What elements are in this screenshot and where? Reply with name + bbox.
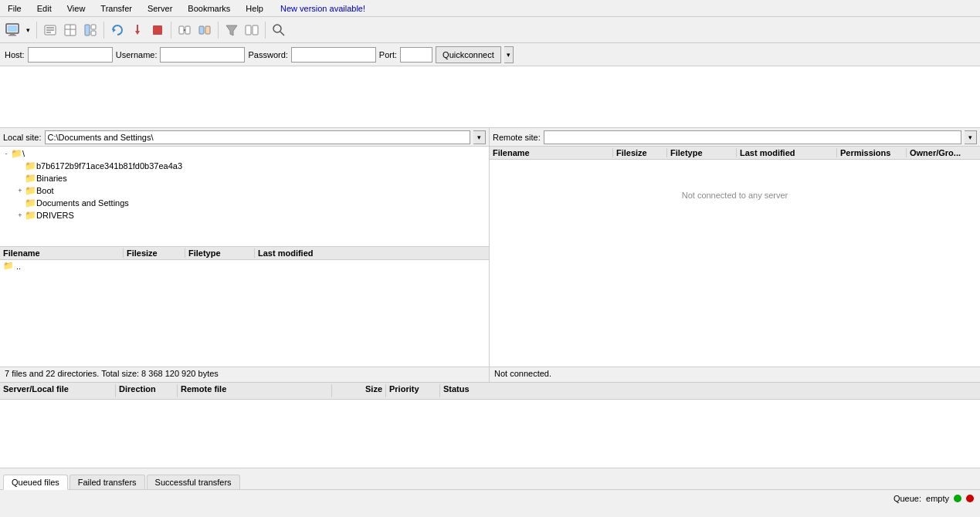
tab-queued-files[interactable]: Queued files [3, 475, 68, 490]
local-col-filesize[interactable]: Filesize [124, 248, 185, 258]
tree-item-b7b6[interactable]: 📁 b7b6172b9f71ace341b81fd0b37ea4a3 [0, 160, 489, 172]
transfer-col-server[interactable]: Server/Local file [0, 384, 116, 397]
toggle-message-log-button[interactable] [61, 21, 80, 39]
not-connected-message: Not connected to any server [490, 191, 980, 200]
menu-transfer[interactable]: Transfer [96, 2, 137, 15]
tree-label-root: \ [22, 149, 25, 158]
local-site-path-dropdown[interactable]: ▾ [473, 130, 486, 144]
svg-rect-12 [91, 25, 96, 29]
reconnect-button[interactable] [108, 21, 127, 39]
svg-rect-21 [199, 26, 204, 34]
expander-root[interactable]: - [2, 150, 11, 157]
local-status-bar: 7 files and 22 directories. Total size: … [0, 367, 489, 382]
port-input[interactable] [400, 47, 432, 63]
tab-bar: Queued files Failed transfers Successful… [0, 468, 980, 489]
stop-button[interactable] [148, 21, 167, 39]
menu-bar: File Edit View Transfer Server Bookmarks… [0, 0, 980, 17]
password-label: Password: [248, 50, 287, 59]
svg-marker-14 [113, 28, 116, 32]
main-panels: Local site: ▾ - 📁 \ 📁 b7b6172b9f71ace341… [0, 128, 980, 383]
remote-col-permissions[interactable]: Permissions [837, 148, 907, 157]
local-site-label: Local site: [3, 133, 42, 142]
transfer-rows [0, 400, 980, 468]
filter-button[interactable] [222, 21, 241, 39]
connection-bar: Host: Username: Password: Port: Quickcon… [0, 43, 980, 66]
transfer-col-remote[interactable]: Remote file [178, 384, 332, 397]
sync-browse-button[interactable] [175, 21, 194, 39]
remote-site-path[interactable] [544, 130, 961, 144]
transfer-col-size[interactable]: Size [332, 384, 386, 397]
menu-view[interactable]: View [63, 2, 90, 15]
local-file-list-header: Filename Filesize Filetype Last modified [0, 247, 489, 260]
transfer-col-direction[interactable]: Direction [116, 384, 178, 397]
remote-col-lastmodified[interactable]: Last modified [737, 148, 837, 157]
toggle-local-tree-button[interactable] [81, 21, 100, 39]
expander-drivers[interactable]: + [15, 211, 25, 219]
local-col-filename[interactable]: Filename [0, 248, 124, 258]
remote-site-path-dropdown[interactable]: ▾ [965, 130, 977, 144]
local-file-list: Filename Filesize Filetype Last modified… [0, 247, 489, 367]
transfer-col-status[interactable]: Status [440, 384, 980, 397]
site-manager-dropdown[interactable]: ▾ [23, 21, 32, 39]
disconnect-button[interactable] [128, 21, 147, 39]
expander-boot[interactable]: + [15, 187, 25, 194]
svg-rect-13 [91, 31, 96, 35]
menu-help[interactable]: Help [241, 2, 268, 15]
remote-panel: Remote site: ▾ Filename Filesize Filetyp… [490, 128, 980, 382]
quickconnect-button[interactable]: Quickconnect [436, 46, 501, 63]
remote-col-filename[interactable]: Filename [490, 148, 613, 157]
tab-successful-transfers[interactable]: Successful transfers [147, 475, 240, 489]
tree-label-drivers: DRIVERS [36, 211, 74, 220]
tree-item-drivers[interactable]: + 📁 DRIVERS [0, 209, 489, 221]
tree-item-boot[interactable]: + 📁 Boot [0, 184, 489, 197]
svg-rect-11 [85, 25, 90, 35]
svg-rect-2 [10, 33, 15, 35]
password-input[interactable] [291, 47, 376, 63]
svg-rect-3 [8, 35, 16, 36]
local-tree[interactable]: - 📁 \ 📁 b7b6172b9f71ace341b81fd0b37ea4a3… [0, 147, 489, 247]
svg-rect-18 [179, 26, 184, 34]
queue-label: Queue: [894, 494, 921, 503]
remote-col-owner[interactable]: Owner/Gro... [907, 148, 980, 157]
tree-label-b7b6: b7b6172b9f71ace341b81fd0b37ea4a3 [36, 161, 182, 171]
local-col-lastmodified[interactable]: Last modified [255, 248, 489, 258]
local-col-filetype[interactable]: Filetype [185, 248, 255, 258]
remote-col-filetype[interactable]: Filetype [667, 148, 737, 157]
quickconnect-dropdown[interactable]: ▾ [504, 46, 514, 63]
remote-col-filesize[interactable]: Filesize [613, 148, 667, 157]
local-panel: Local site: ▾ - 📁 \ 📁 b7b6172b9f71ace341… [0, 128, 490, 382]
local-file-name-parent: 📁 .. [0, 261, 124, 271]
bottom-status-bar: Queue: empty [0, 489, 980, 506]
menu-bookmarks[interactable]: Bookmarks [183, 2, 235, 15]
search-button[interactable] [270, 21, 288, 39]
new-version-notice[interactable]: New version available! [280, 4, 365, 13]
folder-icon-boot: 📁 [25, 185, 36, 196]
remote-site-label: Remote site: [493, 133, 541, 142]
username-input[interactable] [160, 47, 245, 63]
host-label: Host: [5, 50, 25, 59]
toggle-log-button[interactable] [41, 21, 59, 39]
tab-failed-transfers[interactable]: Failed transfers [70, 475, 145, 489]
log-area[interactable] [0, 66, 980, 128]
site-manager-button[interactable] [3, 21, 22, 39]
tree-item-root[interactable]: - 📁 \ [0, 147, 489, 160]
host-input[interactable] [28, 47, 113, 63]
side-by-side-button[interactable] [242, 21, 261, 39]
svg-line-27 [280, 32, 284, 35]
transfer-header: Server/Local file Direction Remote file … [0, 383, 980, 400]
remote-status-bar: Not connected. [490, 367, 980, 382]
compare-dirs-button[interactable] [195, 21, 214, 39]
svg-marker-16 [135, 31, 140, 35]
tree-label-binaries: Binaries [36, 174, 67, 183]
local-file-row-parent[interactable]: 📁 .. [0, 260, 489, 272]
username-label: Username: [116, 50, 158, 59]
menu-edit[interactable]: Edit [32, 2, 56, 15]
menu-server[interactable]: Server [143, 2, 177, 15]
menu-file[interactable]: File [3, 2, 26, 15]
tree-item-binaries[interactable]: 📁 Binaries [0, 172, 489, 184]
svg-rect-24 [246, 25, 251, 35]
tree-item-documents[interactable]: 📁 Documents and Settings [0, 197, 489, 209]
remote-site-bar: Remote site: ▾ [490, 128, 980, 147]
local-site-path[interactable] [45, 130, 470, 144]
transfer-col-priority[interactable]: Priority [386, 384, 440, 397]
